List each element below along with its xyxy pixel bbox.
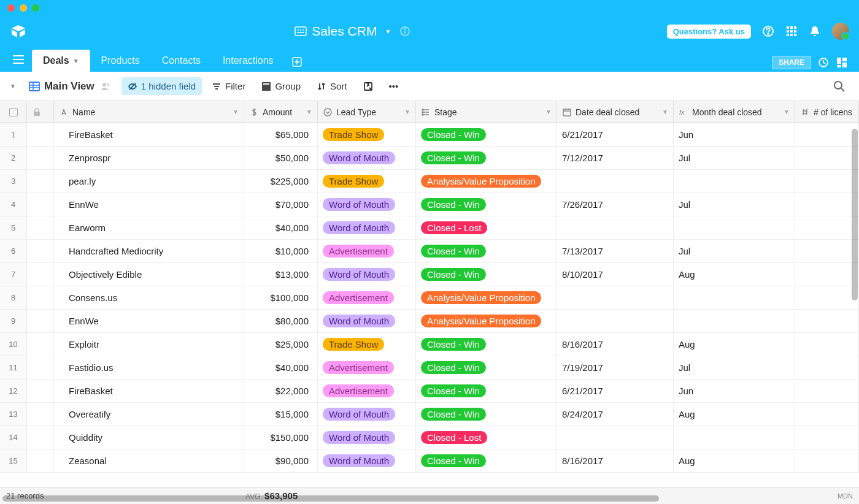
row-number[interactable]: 11 <box>0 356 27 380</box>
cell-stage[interactable]: Closed - Win <box>416 240 557 263</box>
cell-lead-type[interactable]: Advertisement <box>318 380 416 403</box>
cell-licenses[interactable] <box>795 426 859 449</box>
cell-licenses[interactable] <box>795 286 859 310</box>
cell-stage[interactable]: Closed - Lost <box>416 426 557 449</box>
cell-date-closed[interactable]: 6/21/2017 <box>557 380 674 403</box>
cell-licenses[interactable] <box>795 240 859 263</box>
row-number[interactable]: 2 <box>0 147 27 170</box>
more-button[interactable]: ••• <box>383 77 405 95</box>
cell-date-closed[interactable]: 7/19/2017 <box>557 356 674 380</box>
cell-date-closed[interactable]: 8/24/2017 <box>557 403 674 426</box>
row-expand[interactable] <box>27 333 54 356</box>
cell-stage[interactable]: Closed - Win <box>416 123 557 147</box>
cell-lead-type[interactable]: Word of Mouth <box>318 216 416 240</box>
cell-name[interactable]: Objectively Edible <box>54 263 244 286</box>
cell-lead-type[interactable]: Trade Show <box>318 170 416 193</box>
row-number[interactable]: 7 <box>0 263 27 286</box>
cell-stage[interactable]: Closed - Win <box>416 356 557 380</box>
cell-name[interactable]: Handcrafted Mediocrity <box>54 240 244 263</box>
search-button[interactable] <box>827 77 852 96</box>
blocks-icon[interactable] <box>836 56 848 69</box>
cell-name[interactable]: Quiddity <box>54 426 244 449</box>
cell-stage[interactable]: Closed - Win <box>416 403 557 426</box>
cell-amount[interactable]: $50,000 <box>244 147 318 170</box>
cell-stage[interactable]: Closed - Lost <box>416 216 557 240</box>
cell-month-closed[interactable]: Aug <box>674 449 795 473</box>
cell-amount[interactable]: $150,000 <box>244 426 318 449</box>
cell-licenses[interactable] <box>795 263 859 286</box>
cell-lead-type[interactable]: Word of Mouth <box>318 263 416 286</box>
cell-date-closed[interactable] <box>557 310 674 333</box>
cell-name[interactable]: Consens.us <box>54 286 244 310</box>
cell-stage[interactable]: Analysis/Value Proposition <box>416 286 557 310</box>
avatar[interactable] <box>832 23 849 40</box>
filter-button[interactable]: Filter <box>206 77 252 95</box>
cell-date-closed[interactable]: 8/10/2017 <box>557 263 674 286</box>
group-button[interactable]: Group <box>255 77 307 95</box>
cell-name[interactable]: Fastidio.us <box>54 356 244 380</box>
row-expand[interactable] <box>27 286 54 310</box>
cell-lead-type[interactable]: Trade Show <box>318 123 416 147</box>
cell-amount[interactable]: $100,000 <box>244 286 318 310</box>
cell-lead-type[interactable]: Word of Mouth <box>318 147 416 170</box>
row-number[interactable]: 5 <box>0 216 27 240</box>
cell-date-closed[interactable]: 7/26/2017 <box>557 193 674 216</box>
cell-amount[interactable]: $225,000 <box>244 170 318 193</box>
cell-licenses[interactable] <box>795 403 859 426</box>
view-switcher[interactable]: Main View <box>22 77 118 96</box>
cell-date-closed[interactable]: 8/16/2017 <box>557 449 674 473</box>
cell-licenses[interactable] <box>795 123 859 147</box>
row-number[interactable]: 3 <box>0 170 27 193</box>
tables-menu-icon[interactable] <box>9 50 28 69</box>
column-header-lead-type[interactable]: Lead Type▼ <box>318 101 416 123</box>
row-expand[interactable] <box>27 170 54 193</box>
cell-name[interactable]: Earworm <box>54 216 244 240</box>
cell-stage[interactable]: Closed - Win <box>416 333 557 356</box>
row-expand[interactable] <box>27 310 54 333</box>
row-expand[interactable] <box>27 356 54 380</box>
row-expand[interactable] <box>27 263 54 286</box>
row-number[interactable]: 1 <box>0 123 27 147</box>
tab-deals[interactable]: Deals▼ <box>32 50 90 72</box>
apps-icon[interactable] <box>785 25 798 37</box>
cell-amount[interactable]: $25,000 <box>244 333 318 356</box>
cell-licenses[interactable] <box>795 310 859 333</box>
cell-month-closed[interactable]: Aug <box>674 333 795 356</box>
row-expand[interactable] <box>27 449 54 473</box>
cell-date-closed[interactable]: 6/21/2017 <box>557 123 674 147</box>
row-number[interactable]: 13 <box>0 403 27 426</box>
cell-amount[interactable]: $13,000 <box>244 263 318 286</box>
cell-amount[interactable]: $40,000 <box>244 216 318 240</box>
cell-month-closed[interactable] <box>674 426 795 449</box>
row-expand[interactable] <box>27 193 54 216</box>
help-icon[interactable] <box>762 25 774 37</box>
row-expand[interactable] <box>27 147 54 170</box>
cell-name[interactable]: EnnWe <box>54 310 244 333</box>
column-header-date-closed[interactable]: Date deal closed▼ <box>557 101 674 123</box>
cell-date-closed[interactable]: 7/13/2017 <box>557 240 674 263</box>
questions-button[interactable]: Questions? Ask us <box>667 25 751 39</box>
vertical-scrollbar[interactable] <box>852 129 858 300</box>
row-expand[interactable] <box>27 216 54 240</box>
cell-date-closed[interactable]: 7/12/2017 <box>557 147 674 170</box>
hidden-fields-button[interactable]: 1 hidden field <box>121 77 202 95</box>
cell-lead-type[interactable]: Word of Mouth <box>318 449 416 473</box>
cell-lead-type[interactable]: Trade Show <box>318 333 416 356</box>
chevron-down-icon[interactable]: ▼ <box>382 25 394 37</box>
row-number[interactable]: 15 <box>0 449 27 473</box>
add-table-button[interactable] <box>285 52 309 72</box>
cell-name[interactable]: FireBasket <box>54 380 244 403</box>
row-number[interactable]: 10 <box>0 333 27 356</box>
cell-month-closed[interactable]: Jul <box>674 147 795 170</box>
cell-licenses[interactable] <box>795 449 859 473</box>
column-header-licenses[interactable]: # of licens <box>795 101 859 123</box>
row-expand[interactable] <box>27 403 54 426</box>
horizontal-scrollbar[interactable] <box>2 495 659 502</box>
cell-month-closed[interactable]: Jun <box>674 380 795 403</box>
cell-stage[interactable]: Closed - Win <box>416 380 557 403</box>
cell-amount[interactable]: $80,000 <box>244 310 318 333</box>
cell-stage[interactable]: Closed - Win <box>416 263 557 286</box>
cell-month-closed[interactable]: Aug <box>674 263 795 286</box>
cell-lead-type[interactable]: Advertisement <box>318 240 416 263</box>
notifications-icon[interactable] <box>809 25 821 37</box>
